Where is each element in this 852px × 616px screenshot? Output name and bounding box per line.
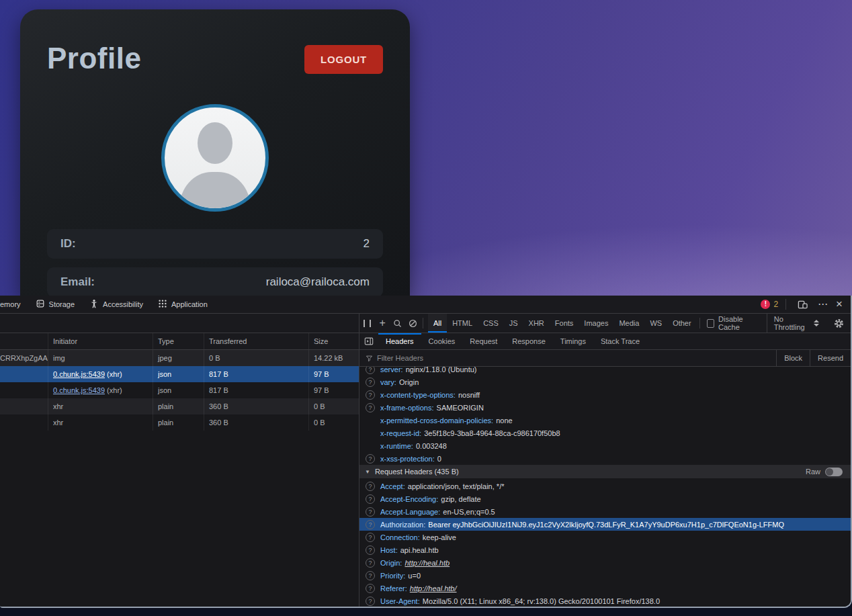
disable-cache-checkbox[interactable]: Disable Cache [707,315,760,331]
filter-all[interactable]: All [428,314,447,333]
question-icon[interactable]: ? [366,507,375,517]
request-header-row[interactable]: ? Connection keep-alive [359,531,851,543]
request-headers-section[interactable]: ▼ Request Headers (435 B) Raw [359,465,851,478]
tab-response[interactable]: Response [505,333,553,349]
tab-stack-trace[interactable]: Stack Trace [593,333,647,349]
error-count-badge[interactable]: ! 2 [761,300,778,309]
logout-button[interactable]: LOGOUT [304,45,383,74]
column-size[interactable]: Size [309,333,359,349]
cell-transferred: 817 B [204,382,309,398]
cell-size: 97 B [309,382,359,398]
cell-initiator: img [48,350,153,366]
menu-icon[interactable]: ··· [818,300,828,309]
filter-ws[interactable]: WS [644,314,667,333]
question-icon[interactable]: ? [366,482,375,491]
add-request-icon[interactable]: + [375,318,390,328]
throttling-select[interactable]: No Throttling [767,314,826,333]
checkbox-icon[interactable] [707,319,715,328]
resend-button[interactable]: Resend [810,350,851,366]
request-list-toolbar-spacer [0,314,359,333]
close-icon[interactable]: × [836,300,843,309]
header-value-link[interactable]: http://heal.htb [404,559,450,567]
column-file[interactable] [0,333,48,349]
request-header-row[interactable]: ? Accept-Language en-US,en;q=0.5 [359,505,851,518]
request-row[interactable]: xhr plain 360 B 0 B [0,414,359,431]
header-name: x-content-type-options [380,391,456,399]
filter-js[interactable]: JS [504,314,523,333]
tab-cookies[interactable]: Cookies [421,333,463,349]
filter-css[interactable]: CSS [478,314,504,333]
question-icon[interactable]: ? [366,597,375,606]
raw-toggle[interactable] [825,468,843,476]
cell-initiator: 0.chunk.js:5439 (xhr) [48,382,153,398]
request-row[interactable]: xhr plain 360 B 0 B [0,398,359,414]
request-header-row[interactable]: ? User-Agent Mozilla/5.0 (X11; Linux x86… [359,595,851,607]
tab-application[interactable]: Application [151,296,215,313]
request-row-selected[interactable]: 0.chunk.js:5439 (xhr) json 817 B 97 B [0,366,359,382]
question-icon[interactable]: ? [366,390,375,400]
cell-type: plain [153,414,204,431]
question-icon[interactable]: ? [366,545,375,555]
question-icon[interactable]: ? [366,533,375,542]
response-header-row[interactable]: x-runtime 0.003248 [359,439,851,452]
cell-file [0,382,48,398]
tab-headers[interactable]: Headers [378,333,421,349]
initiator-link[interactable]: 0.chunk.js:5439 [53,386,105,394]
block-button[interactable]: Block [776,350,810,366]
filter-media[interactable]: Media [613,314,644,333]
response-header-row[interactable]: ? vary Origin [359,376,851,388]
response-header-row[interactable]: ? x-xss-protection 0 [359,452,851,465]
column-type[interactable]: Type [153,333,204,349]
header-value-link[interactable]: http://heal.htb/ [410,584,457,592]
question-icon[interactable]: ? [366,558,375,568]
filter-html[interactable]: HTML [447,314,478,333]
question-icon[interactable]: ? [366,367,375,374]
tab-memory[interactable]: emory [0,296,28,313]
search-icon[interactable] [390,319,406,328]
question-icon[interactable]: ? [366,378,375,387]
initiator-link[interactable]: 0.chunk.js:5439 [53,370,105,378]
question-icon[interactable]: ? [366,454,375,464]
throttling-value: No Throttling [774,315,810,331]
question-icon[interactable]: ? [366,584,375,593]
settings-gear-icon[interactable] [827,318,851,328]
initiator-suffix: (xhr) [105,386,122,394]
response-header-row[interactable]: x-permitted-cross-domain-policies none [359,414,851,427]
response-header-row[interactable]: ? x-content-type-options nosniff [359,388,851,401]
question-icon[interactable]: ? [366,571,375,580]
pause-icon[interactable] [359,320,375,327]
response-header-row[interactable]: ? server nginx/1.18.0 (Ubuntu) [359,367,851,376]
request-header-row-authorization-selected[interactable]: ? Authorization Bearer eyJhbGciOiJIUzI1N… [359,518,851,531]
block-icon[interactable] [405,319,421,328]
filter-fonts[interactable]: Fonts [550,314,579,333]
responsive-design-icon[interactable] [794,300,811,310]
question-icon[interactable]: ? [366,494,375,504]
request-header-row[interactable]: ? Referer http://heal.htb/ [359,582,851,595]
response-header-row[interactable]: x-request-id 3e5f18c9-3ba8-4964-88ca-c98… [359,427,851,439]
request-row[interactable]: 0.chunk.js:5439 (xhr) json 817 B 97 B [0,382,359,398]
filter-headers-input[interactable]: Filter Headers [359,354,776,362]
tab-request[interactable]: Request [462,333,505,349]
request-header-row[interactable]: ? Accept-Encoding gzip, deflate [359,492,851,505]
request-header-row[interactable]: ? Origin http://heal.htb [359,556,851,569]
question-icon[interactable]: ? [366,403,375,412]
filter-images[interactable]: Images [579,314,613,333]
response-header-row[interactable]: ? x-frame-options SAMEORIGIN [359,401,851,414]
request-header-row[interactable]: ? Host api.heal.htb [359,543,851,556]
header-name: Accept-Encoding [380,495,438,503]
cell-type: json [153,382,204,398]
collapse-triangle-icon[interactable]: ▼ [365,469,370,475]
filter-xhr[interactable]: XHR [523,314,550,333]
request-header-row[interactable]: ? Accept application/json, text/plain, *… [359,480,851,492]
tab-accessibility[interactable]: Accessibility [82,296,151,313]
request-header-row[interactable]: ? Priority u=0 [359,569,851,582]
tab-timings[interactable]: Timings [553,333,593,349]
header-name: x-frame-options [380,404,433,412]
tab-storage[interactable]: Storage [28,296,83,313]
panes-toggle-icon[interactable] [359,333,378,349]
request-row[interactable]: CRRXhpZgAAS img jpeg 0 B 14.22 kB [0,350,359,366]
filter-other[interactable]: Other [667,314,697,333]
question-icon[interactable]: ? [366,520,375,529]
column-transferred[interactable]: Transferred [204,333,309,349]
column-initiator[interactable]: Initiator [48,333,153,349]
